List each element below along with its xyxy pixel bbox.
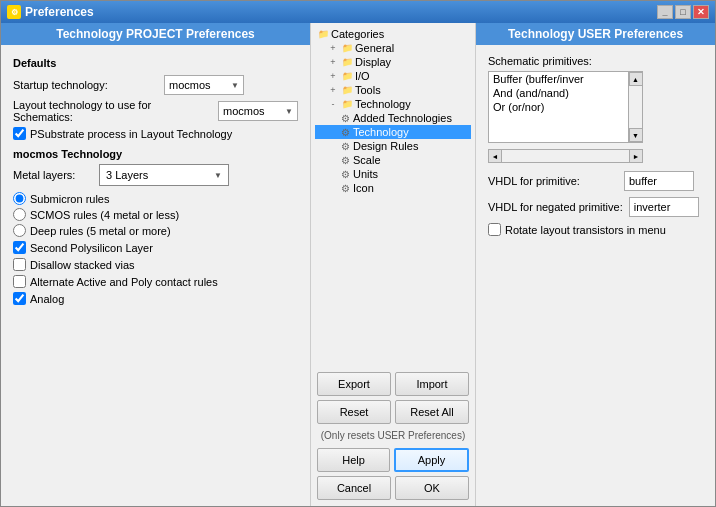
export-import-row: Export Import xyxy=(317,372,469,396)
io-expand-icon: + xyxy=(327,70,339,82)
added-tech-gear-icon: ⚙ xyxy=(339,112,351,124)
close-button[interactable]: ✕ xyxy=(693,5,709,19)
tree-io[interactable]: + 📁 I/O xyxy=(315,69,471,83)
stacked-vias-checkbox[interactable] xyxy=(13,258,26,271)
maximize-button[interactable]: □ xyxy=(675,5,691,19)
tree-scale[interactable]: ⚙ Scale xyxy=(315,153,471,167)
icon-gear-icon: ⚙ xyxy=(339,182,351,194)
apply-button[interactable]: Apply xyxy=(394,448,469,472)
vhdl-primitive-label: VHDL for primitive: xyxy=(488,175,618,187)
mocmos-label: mocmos Technology xyxy=(13,148,298,160)
title-bar: ⚙ Preferences _ □ ✕ xyxy=(1,1,715,23)
stacked-vias-label: Disallow stacked vias xyxy=(30,259,135,271)
help-button[interactable]: Help xyxy=(317,448,390,472)
rotate-checkbox[interactable] xyxy=(488,223,501,236)
list-item-or[interactable]: Or (or/nor) xyxy=(489,100,628,114)
scroll-up-btn[interactable]: ▲ xyxy=(629,72,643,86)
tree-units[interactable]: ⚙ Units xyxy=(315,167,471,181)
reset-button[interactable]: Reset xyxy=(317,400,391,424)
radio-deep-input[interactable] xyxy=(13,224,26,237)
tree-categories-label: Categories xyxy=(331,28,384,40)
window-title: Preferences xyxy=(25,5,94,19)
tree-design-rules[interactable]: ⚙ Design Rules xyxy=(315,139,471,153)
alt-active-label: Alternate Active and Poly contact rules xyxy=(30,276,218,288)
preferences-window: ⚙ Preferences _ □ ✕ Technology PROJECT P… xyxy=(0,0,716,507)
display-folder-icon: 📁 xyxy=(341,56,353,68)
hscroll-track[interactable] xyxy=(502,149,629,163)
second-poly-checkbox[interactable] xyxy=(13,241,26,254)
radio-submicron-input[interactable] xyxy=(13,192,26,205)
scroll-down-btn[interactable]: ▼ xyxy=(629,128,643,142)
psubstrate-checkbox[interactable] xyxy=(13,127,26,140)
tools-folder-icon: 📁 xyxy=(341,84,353,96)
metal-value: 3 Layers xyxy=(106,169,148,181)
tree-area: 📁 Categories + 📁 General + 📁 Display + 📁 xyxy=(311,23,475,366)
tree-scale-label: Scale xyxy=(353,154,381,166)
radio-deep: Deep rules (5 metal or more) xyxy=(13,224,298,237)
second-poly-row: Second Polysilicon Layer xyxy=(13,241,298,254)
rotate-label: Rotate layout transistors in menu xyxy=(505,224,666,236)
tree-display-label: Display xyxy=(355,56,391,68)
startup-value: mocmos xyxy=(169,79,211,91)
tree-icon[interactable]: ⚙ Icon xyxy=(315,181,471,195)
tree-units-label: Units xyxy=(353,168,378,180)
hscroll-right-btn[interactable]: ► xyxy=(629,149,643,163)
radio-scmos-input[interactable] xyxy=(13,208,26,221)
vhdl-negated-input[interactable] xyxy=(629,197,699,217)
tree-io-label: I/O xyxy=(355,70,370,82)
technology-node-gear-icon: ⚙ xyxy=(339,126,351,138)
tree-technology-node[interactable]: ⚙ Technology xyxy=(315,125,471,139)
help-apply-row: Help Apply xyxy=(317,448,469,472)
defaults-label: Defaults xyxy=(13,57,298,69)
layout-combo[interactable]: mocmos ▼ xyxy=(218,101,298,121)
display-expand-icon: + xyxy=(327,56,339,68)
cancel-button[interactable]: Cancel xyxy=(317,476,391,500)
content-area: Technology PROJECT Preferences Defaults … xyxy=(1,23,715,506)
vhdl-primitive-input[interactable] xyxy=(624,171,694,191)
left-content: Defaults Startup technology: mocmos ▼ La… xyxy=(1,45,310,506)
reset-all-button[interactable]: Reset All xyxy=(395,400,469,424)
general-folder-icon: 📁 xyxy=(341,42,353,54)
metal-arrow: ▼ xyxy=(214,171,222,180)
tree-icon-label: Icon xyxy=(353,182,374,194)
schematic-primitives-label: Schematic primitives: xyxy=(488,55,703,67)
listbox-scrollbar: ▲ ▼ xyxy=(628,72,642,142)
export-button[interactable]: Export xyxy=(317,372,391,396)
radio-submicron: Submicron rules xyxy=(13,192,298,205)
schematic-listbox[interactable]: Buffer (buffer/inver And (and/nand) Or (… xyxy=(488,71,643,143)
design-rules-gear-icon: ⚙ xyxy=(339,140,351,152)
startup-row: Startup technology: mocmos ▼ xyxy=(13,75,298,95)
radio-deep-label: Deep rules (5 metal or more) xyxy=(30,225,171,237)
vhdl-negated-row: VHDL for negated primitive: xyxy=(488,197,703,217)
radio-scmos-label: SCMOS rules (4 metal or less) xyxy=(30,209,179,221)
technology-folder-icon: 📁 xyxy=(341,98,353,110)
rotate-row: Rotate layout transistors in menu xyxy=(488,223,703,236)
ok-button[interactable]: OK xyxy=(395,476,469,500)
minimize-button[interactable]: _ xyxy=(657,5,673,19)
vhdl-negated-label: VHDL for negated primitive: xyxy=(488,201,623,213)
tree-general[interactable]: + 📁 General xyxy=(315,41,471,55)
tree-technology-parent[interactable]: - 📁 Technology xyxy=(315,97,471,111)
alt-active-checkbox[interactable] xyxy=(13,275,26,288)
layout-label: Layout technology to use for Schematics: xyxy=(13,99,212,123)
tree-general-label: General xyxy=(355,42,394,54)
tree-tools-label: Tools xyxy=(355,84,381,96)
analog-checkbox[interactable] xyxy=(13,292,26,305)
tree-added-tech[interactable]: ⚙ Added Technologies xyxy=(315,111,471,125)
title-bar-left: ⚙ Preferences xyxy=(7,5,94,19)
psubstrate-row: PSubstrate process in Layout Technology xyxy=(13,127,298,140)
analog-label: Analog xyxy=(30,293,64,305)
tree-display[interactable]: + 📁 Display xyxy=(315,55,471,69)
list-item-and[interactable]: And (and/nand) xyxy=(489,86,628,100)
hscroll-left-btn[interactable]: ◄ xyxy=(488,149,502,163)
reset-note: (Only resets USER Preferences) xyxy=(317,430,469,442)
startup-arrow: ▼ xyxy=(231,81,239,90)
list-item-buffer[interactable]: Buffer (buffer/inver xyxy=(489,72,628,86)
metal-combo[interactable]: 3 Layers ▼ xyxy=(99,164,229,186)
tree-tools[interactable]: + 📁 Tools xyxy=(315,83,471,97)
technology-expand-icon: - xyxy=(327,98,339,110)
scale-gear-icon: ⚙ xyxy=(339,154,351,166)
startup-combo[interactable]: mocmos ▼ xyxy=(164,75,244,95)
title-buttons: _ □ ✕ xyxy=(657,5,709,19)
import-button[interactable]: Import xyxy=(395,372,469,396)
